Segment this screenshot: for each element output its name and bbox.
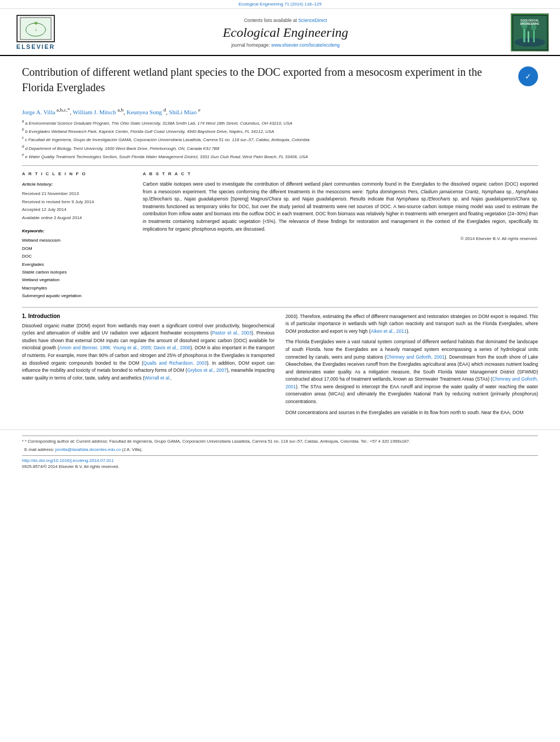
article-footer: * * Corresponding author at: Current add…: [0, 429, 560, 472]
svg-rect-11: [528, 31, 529, 42]
body-section: 1. Introduction Dissolved organic matter…: [22, 307, 538, 420]
article-body: Contribution of different wetland plant …: [0, 56, 560, 425]
kw-everglades: Everglades: [22, 262, 44, 267]
author-villa[interactable]: Jorge A. Villa: [22, 109, 55, 115]
author-miao[interactable]: ShiLi Miao: [169, 109, 197, 115]
article-info-col: A R T I C L E I N F O Article history: R…: [22, 171, 132, 300]
abstract-text: Carbon stable isotopes were used to inve…: [143, 181, 538, 233]
body-left-col: 1. Introduction Dissolved organic matter…: [22, 313, 275, 420]
contents-line: Contents lists available at ScienceDirec…: [60, 18, 511, 23]
kw-dom: DOM: [22, 246, 32, 251]
affil-b: b b Everglades Wetland Research Park, Ka…: [22, 127, 538, 135]
doi-link[interactable]: http://dx.doi.org/10.1016/j.ecoleng.2014…: [22, 458, 114, 463]
accepted: Accepted 12 July 2014: [22, 207, 66, 212]
svg-text:⚕: ⚕: [35, 29, 37, 32]
body-right-col: 2003). Therefore, estimating the effect …: [285, 313, 538, 420]
issn-line: 0925-8574/© 2014 Elsevier B.V. All right…: [22, 464, 538, 469]
intro-para4: DOM concentrations and sources in the Ev…: [285, 409, 538, 417]
received2: Received in revised form 9 July 2014: [22, 199, 94, 204]
ref-qualls2003[interactable]: Qualls and Richardson, 2003: [143, 360, 207, 366]
received1: Received 21 November 2013: [22, 191, 79, 196]
ref-chimney2001a[interactable]: Chimney and Goforth, 2001: [386, 354, 444, 360]
svg-point-6: [514, 38, 545, 47]
journal-ref-text: Ecological Engineering 71 (2014) 118–125: [238, 2, 321, 7]
keywords-label: Keywords:: [22, 227, 132, 235]
kw-stable-carbon: Stable carbon isotopes: [22, 270, 66, 275]
intro-para3: The Florida Everglades were a vast natur…: [285, 338, 538, 405]
ref-amon1996[interactable]: Amon and Benner, 1996; Young et al., 200…: [59, 345, 191, 350]
kw-wetland-veg: Wetland vegetation: [22, 277, 59, 282]
kw-sav: Submerged aquatic vegetation: [22, 293, 82, 298]
affil-e: e e Water Quality Treatment Technologies…: [22, 152, 538, 160]
email-link[interactable]: jorvilla@lasallista.docentes.edu.co: [55, 447, 121, 452]
footer-divider: [22, 436, 538, 436]
elsevier-logo: 🌿 ⚕ ELSEVIER: [11, 15, 60, 50]
journal-center: Contents lists available at ScienceDirec…: [60, 18, 511, 48]
kw-doc: DOC: [22, 254, 32, 259]
article-history: Article history: Received 21 November 20…: [22, 181, 132, 222]
affil-a: a a Environmental Science Graduate Progr…: [22, 119, 538, 126]
available: Available online 2 August 2014: [22, 215, 82, 220]
kw-wetland-mesocosm: Wetland mesocosm: [22, 238, 60, 243]
authors-line: Jorge A. Villa a,b,c,*, William J. Mitsc…: [22, 107, 538, 115]
email-footnote: E-mail address: jorvilla@lasallista.doce…: [22, 447, 538, 453]
article-info-abstract-section: A R T I C L E I N F O Article history: R…: [22, 165, 538, 300]
journal-title: Ecological Engineering: [60, 25, 511, 40]
kw-macrophytes: Macrophytes: [22, 286, 47, 291]
keywords-section: Keywords: Wetland mesocosm DOM DOC Everg…: [22, 227, 132, 300]
ref-aiken2011[interactable]: Aiken et al., 2011: [371, 328, 407, 334]
sciencedirect-link[interactable]: ScienceDirect: [298, 18, 327, 23]
author-mitsch[interactable]: William J. Mitsch: [73, 109, 116, 115]
homepage-line: journal homepage: www.elsevier.com/locat…: [60, 42, 511, 48]
svg-text:ENGINEERING: ENGINEERING: [520, 22, 539, 25]
ref-worrall[interactable]: Worrall et al.,: [144, 375, 172, 381]
elsevier-label: ELSEVIER: [16, 43, 55, 50]
intro-title: 1. Introduction: [22, 313, 275, 319]
elsevier-logo-image: 🌿 ⚕: [16, 15, 55, 42]
ref-chimney2001b[interactable]: Chimney and Goforth, 2001: [285, 376, 538, 389]
ref-grybos2007[interactable]: Grybos et al., 2007: [187, 367, 227, 373]
affil-c: c c Facultad de Ingeniería, Grupo de Inv…: [22, 135, 538, 143]
homepage-link[interactable]: www.elsevier.com/locate/ecoleng: [271, 42, 340, 48]
intro-para1: Dissolved organic matter (DOM) export fr…: [22, 322, 275, 382]
abstract-col: A B S T R A C T Carbon stable isotopes w…: [143, 171, 538, 300]
author-song[interactable]: Keunyea Song: [126, 109, 161, 115]
intro-para2: 2003). Therefore, estimating the effect …: [285, 313, 538, 336]
doi-line[interactable]: http://dx.doi.org/10.1016/j.ecoleng.2014…: [22, 458, 538, 463]
copyright-line: © 2014 Elsevier B.V. All rights reserved…: [143, 236, 538, 241]
journal-ref-line: Ecological Engineering 71 (2014) 118–125: [0, 0, 560, 9]
ref-pastor2003[interactable]: Pastor et al., 2003: [212, 330, 251, 336]
abstract-header: A B S T R A C T: [143, 171, 538, 176]
article-title: Contribution of different wetland plant …: [22, 64, 513, 95]
journal-header: 🌿 ⚕ ELSEVIER Contents lists available at…: [0, 9, 560, 56]
affiliations: a a Environmental Science Graduate Progr…: [22, 119, 538, 160]
crossmark-badge[interactable]: ✓: [518, 66, 538, 86]
article-info-header: A R T I C L E I N F O: [22, 171, 132, 176]
journal-thumb-image: ECOLOGICAL ENGINEERING: [511, 13, 549, 52]
page: Ecological Engineering 71 (2014) 118–125…: [0, 0, 560, 742]
corresponding-footnote: * * Corresponding author at: Current add…: [22, 438, 538, 445]
affil-d: d d Department of Biology, Trent Univers…: [22, 144, 538, 152]
footer-divider2: [22, 455, 538, 456]
